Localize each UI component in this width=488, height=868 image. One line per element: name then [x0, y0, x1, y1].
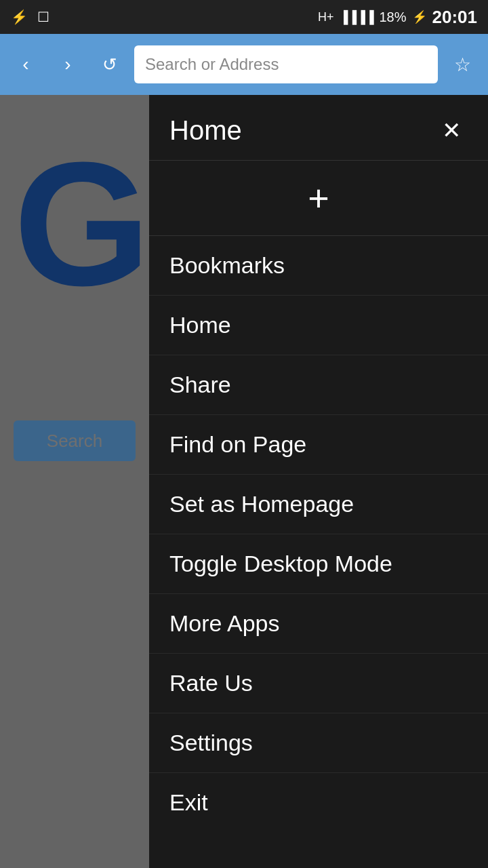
menu-item-share[interactable]: Share — [149, 355, 488, 415]
close-drawer-button[interactable]: ✕ — [435, 114, 468, 146]
status-time: 20:01 — [432, 7, 478, 28]
bbm-icon: ☐ — [37, 9, 49, 25]
new-tab-button[interactable]: + — [149, 161, 488, 236]
battery-percent: 18% — [379, 9, 406, 25]
overlay-background[interactable] — [0, 95, 149, 868]
menu-item-find-on-page[interactable]: Find on Page — [149, 415, 488, 475]
bookmark-button[interactable]: ☆ — [445, 47, 480, 82]
status-left-icons: ⚡ ☐ — [11, 9, 49, 25]
signal-icon: ▐▐▐▐ — [339, 10, 373, 24]
menu-item-bookmarks[interactable]: Bookmarks — [149, 236, 488, 296]
drawer-title: Home — [169, 115, 242, 146]
menu-item-exit[interactable]: Exit — [149, 773, 488, 832]
battery-icon: ⚡ — [412, 9, 427, 24]
menu-item-toggle-desktop-mode[interactable]: Toggle Desktop Mode — [149, 534, 488, 594]
plus-icon: + — [308, 180, 329, 216]
address-placeholder: Search or Address — [145, 55, 279, 74]
address-bar[interactable]: Search or Address — [134, 45, 438, 83]
menu-item-settings[interactable]: Settings — [149, 713, 488, 773]
menu-item-rate-us[interactable]: Rate Us — [149, 654, 488, 713]
menu-item-more-apps[interactable]: More Apps — [149, 594, 488, 654]
status-bar: ⚡ ☐ H+ ▐▐▐▐ 18% ⚡ 20:01 — [0, 0, 488, 34]
status-right-icons: H+ ▐▐▐▐ 18% ⚡ 20:01 — [318, 7, 477, 28]
browser-toolbar: ‹ › ↺ Search or Address ☆ — [0, 34, 488, 95]
reload-button[interactable]: ↺ — [92, 47, 127, 82]
menu-item-home[interactable]: Home — [149, 296, 488, 355]
forward-button[interactable]: › — [50, 47, 85, 82]
menu-item-set-as-homepage[interactable]: Set as Homepage — [149, 475, 488, 534]
drawer-header: Home ✕ — [149, 95, 488, 161]
menu-items-list: BookmarksHomeShareFind on PageSet as Hom… — [149, 236, 488, 832]
back-button[interactable]: ‹ — [8, 47, 43, 82]
hplus-icon: H+ — [318, 10, 334, 24]
drawer-menu: Home ✕ + BookmarksHomeShareFind on PageS… — [149, 95, 488, 868]
usb-icon: ⚡ — [11, 9, 28, 25]
